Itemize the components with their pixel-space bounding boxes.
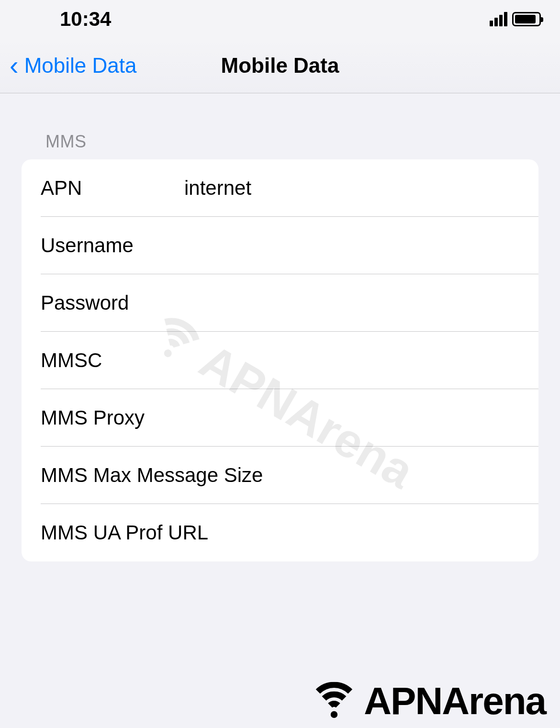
username-row[interactable]: Username [22,217,538,274]
back-label: Mobile Data [24,54,137,78]
mms-ua-row[interactable]: MMS UA Prof URL [22,504,538,561]
password-label: Password [41,291,184,314]
mms-max-row[interactable]: MMS Max Message Size [22,447,538,504]
wifi-icon [308,682,360,721]
section-header: MMS [0,93,560,159]
apn-value: internet [184,177,251,200]
username-label: Username [41,234,184,257]
chevron-left-icon: ‹ [10,52,19,79]
page-title: Mobile Data [221,54,339,78]
footer-text: APNArena [364,679,546,723]
settings-list: APN internet Username Password MMSC MMS … [22,159,538,561]
status-bar: 10:34 [0,0,560,38]
navigation-bar: ‹ Mobile Data Mobile Data [0,38,560,93]
mms-proxy-row[interactable]: MMS Proxy [22,389,538,447]
battery-icon [512,12,541,26]
status-time: 10:34 [60,8,111,31]
cellular-signal-icon [490,12,507,26]
mmsc-row[interactable]: MMSC [22,332,538,389]
apn-row[interactable]: APN internet [22,159,538,217]
back-button[interactable]: ‹ Mobile Data [0,52,136,79]
mms-max-label: MMS Max Message Size [41,464,263,487]
mms-ua-label: MMS UA Prof URL [41,521,208,544]
mmsc-label: MMSC [41,349,184,372]
mms-proxy-label: MMS Proxy [41,406,184,429]
password-row[interactable]: Password [22,274,538,332]
status-icons [490,12,541,26]
footer-logo: APNArena [305,679,546,723]
apn-label: APN [41,177,184,200]
